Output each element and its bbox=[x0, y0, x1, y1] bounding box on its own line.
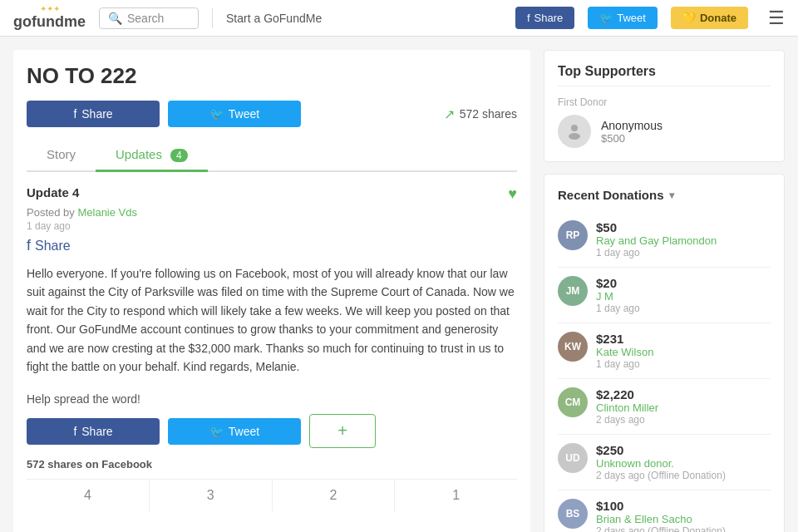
twitter-icon: 🐦 bbox=[209, 107, 224, 121]
author-link[interactable]: Melanie Vds bbox=[77, 206, 137, 219]
donation-item-kw: KW $231 Kate Wilson 1 day ago bbox=[558, 323, 771, 379]
header: ✦✦✦ gofundme 🔍 Search Start a GoFundMe f… bbox=[0, 0, 798, 37]
first-donor-avatar bbox=[558, 115, 591, 148]
donate-heart-icon: 💛 bbox=[682, 12, 696, 24]
first-donor-info: Anonymous $500 bbox=[601, 119, 663, 145]
update-time: 1 day ago bbox=[27, 220, 517, 232]
first-donor-name: Anonymous bbox=[601, 119, 663, 132]
number-cell-2[interactable]: 2 bbox=[273, 480, 396, 511]
logo: ✦✦✦ gofundme bbox=[13, 5, 86, 31]
tabs: Story Updates 4 bbox=[27, 139, 517, 172]
tab-story[interactable]: Story bbox=[27, 139, 96, 170]
number-cell-4[interactable]: 4 bbox=[27, 480, 150, 511]
content-area: NO TO 222 f Share 🐦 Tweet ↗ 572 shares S… bbox=[13, 50, 530, 532]
shares-facebook-count: 572 shares on Facebook bbox=[27, 458, 517, 470]
action-buttons: f Share 🐦 Tweet ↗ 572 shares bbox=[27, 101, 517, 127]
bottom-share-button[interactable]: f Share bbox=[27, 418, 160, 445]
chevron-down-icon: ▾ bbox=[669, 190, 674, 201]
donation-item-bs: BS $100 Brian & Ellen Sacho 2 days ago (… bbox=[558, 490, 771, 532]
donation-item-cm: CM $2,220 Clinton Miller 2 days ago bbox=[558, 379, 771, 435]
facebook-icon: f bbox=[73, 107, 76, 121]
donor-info-rp: $50 Ray and Gay Plamondon 1 day ago bbox=[596, 220, 717, 259]
search-label: Search bbox=[127, 12, 164, 25]
update-body: Hello everyone. If you're following us o… bbox=[27, 264, 517, 376]
update-fb-share[interactable]: f Share bbox=[27, 237, 517, 254]
trending-icon: ↗ bbox=[444, 106, 455, 122]
sidebar: Top Supporters First Donor Anonymous $50… bbox=[544, 50, 785, 532]
donor-info-bs: $100 Brian & Ellen Sacho 2 days ago (Off… bbox=[596, 499, 726, 532]
first-donor: Anonymous $500 bbox=[558, 115, 771, 148]
first-donor-label: First Donor bbox=[558, 96, 771, 108]
top-supporters-title: Top Supporters bbox=[558, 64, 771, 86]
logo-sun-icon: ✦✦✦ bbox=[13, 5, 86, 13]
help-spread-text: Help spread the word! bbox=[27, 392, 517, 406]
main-layout: NO TO 222 f Share 🐦 Tweet ↗ 572 shares S… bbox=[0, 37, 798, 532]
svg-point-0 bbox=[571, 125, 578, 131]
logo-text: gofundme bbox=[13, 13, 86, 30]
heart-icon[interactable]: ♥ bbox=[508, 185, 517, 203]
header-divider bbox=[212, 8, 213, 28]
donation-item-jm: JM $20 J M 1 day ago bbox=[558, 268, 771, 323]
tweet-button[interactable]: 🐦 Tweet bbox=[168, 101, 301, 127]
donation-item-rp: RP $50 Ray and Gay Plamondon 1 day ago bbox=[558, 212, 771, 268]
donor-avatar-rp: RP bbox=[558, 220, 588, 250]
donor-avatar-bs: BS bbox=[558, 499, 588, 529]
updates-badge: 4 bbox=[170, 149, 188, 162]
donor-avatar-ud: UD bbox=[558, 443, 588, 473]
bottom-actions: f Share 🐦 Tweet + bbox=[27, 414, 517, 448]
update-header: Update 4 ♥ bbox=[27, 185, 517, 203]
share-facebook-button[interactable]: f Share bbox=[27, 101, 160, 127]
first-donor-amount: $500 bbox=[601, 132, 663, 145]
update-meta: Posted by Melanie Vds bbox=[27, 206, 517, 219]
donor-info-ud: $250 Unknown donor. 2 days ago (Offline … bbox=[596, 443, 726, 481]
donor-avatar-jm: JM bbox=[558, 276, 588, 306]
add-share-button[interactable]: + bbox=[309, 414, 376, 448]
number-cell-1[interactable]: 1 bbox=[395, 480, 517, 511]
header-tweet-button[interactable]: 🐦 Tweet bbox=[588, 7, 658, 29]
bottom-tweet-button[interactable]: 🐦 Tweet bbox=[168, 418, 301, 445]
donor-info-cm: $2,220 Clinton Miller 2 days ago bbox=[596, 387, 658, 426]
donor-avatar-kw: KW bbox=[558, 332, 588, 362]
facebook-icon: f bbox=[527, 12, 530, 24]
recent-donations-title[interactable]: Recent Donations ▾ bbox=[558, 188, 771, 202]
header-donate-button[interactable]: 💛 Donate bbox=[671, 7, 748, 29]
svg-point-1 bbox=[569, 133, 580, 140]
donor-info-kw: $231 Kate Wilson 1 day ago bbox=[596, 332, 653, 370]
update-title: Update 4 bbox=[27, 185, 79, 200]
page-title: NO TO 222 bbox=[27, 63, 517, 89]
facebook-icon-bottom: f bbox=[73, 425, 76, 438]
start-gofundme-link[interactable]: Start a GoFundMe bbox=[226, 12, 322, 25]
shares-count: ↗ 572 shares bbox=[444, 106, 517, 122]
top-supporters-card: Top Supporters First Donor Anonymous $50… bbox=[544, 50, 785, 162]
twitter-icon-bottom: 🐦 bbox=[209, 425, 224, 438]
search-bar[interactable]: 🔍 Search bbox=[99, 7, 199, 29]
donor-avatar-cm: CM bbox=[558, 387, 588, 417]
donor-info-jm: $20 J M 1 day ago bbox=[596, 276, 640, 314]
donation-item-ud: UD $250 Unknown donor. 2 days ago (Offli… bbox=[558, 435, 771, 490]
facebook-small-icon: f bbox=[27, 237, 31, 254]
search-icon: 🔍 bbox=[108, 12, 122, 25]
hamburger-menu-icon[interactable]: ☰ bbox=[768, 7, 785, 29]
twitter-icon: 🐦 bbox=[599, 12, 613, 24]
recent-donations-card: Recent Donations ▾ RP $50 Ray and Gay Pl… bbox=[544, 174, 785, 532]
header-share-button[interactable]: f Share bbox=[515, 7, 574, 29]
number-row: 4 3 2 1 bbox=[27, 479, 517, 511]
number-cell-3[interactable]: 3 bbox=[150, 480, 273, 511]
tab-updates[interactable]: Updates 4 bbox=[96, 139, 208, 172]
